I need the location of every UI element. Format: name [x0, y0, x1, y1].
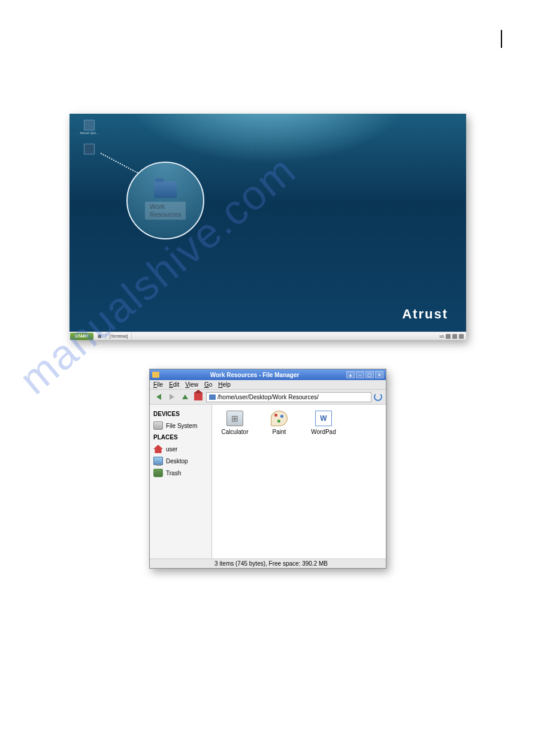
file-item-paint[interactable]: Paint: [262, 411, 296, 435]
file-manager-body: DEVICES File System PLACES user Desktop …: [150, 405, 386, 558]
status-bar: 3 items (745 bytes), Free space: 390.2 M…: [150, 558, 386, 568]
file-label: Calculator: [221, 429, 248, 435]
home-icon: [153, 445, 163, 453]
refresh-button[interactable]: [374, 393, 382, 401]
maximize-button[interactable]: ▢: [365, 371, 374, 378]
menu-edit[interactable]: Edit: [169, 381, 179, 388]
sidebar-item-desktop[interactable]: Desktop: [152, 455, 209, 467]
arrow-up-icon: [182, 394, 188, 399]
home-button[interactable]: [193, 391, 204, 402]
start-button[interactable]: START: [70, 333, 93, 340]
folder-icon: [84, 144, 95, 154]
desktop-icon-label: Atrust Qui...: [80, 131, 99, 135]
menu-go[interactable]: Go: [204, 381, 212, 388]
file-label: Paint: [273, 429, 286, 435]
disk-icon: [153, 421, 163, 430]
sidebar: DEVICES File System PLACES user Desktop …: [150, 405, 212, 558]
sidebar-item-label: File System: [166, 423, 197, 429]
sidebar-header-devices: DEVICES: [153, 411, 209, 417]
sidebar-item-filesystem[interactable]: File System: [152, 420, 209, 432]
window-title: Work Resources - File Manager: [163, 372, 346, 378]
minimize-button[interactable]: –: [356, 371, 364, 378]
sidebar-item-label: Desktop: [166, 458, 188, 464]
titlebar[interactable]: Work Resources - File Manager ▴ – ▢ ✕: [150, 369, 386, 380]
menu-file[interactable]: File: [153, 381, 163, 388]
desktop-icon-atrust[interactable]: Atrust Qui...: [78, 120, 101, 135]
taskbar-app-icon[interactable]: ▦: [94, 333, 106, 340]
forward-button[interactable]: [167, 391, 177, 402]
page-marker: [501, 30, 502, 48]
sidebar-item-trash[interactable]: Trash: [152, 467, 209, 479]
taskbar: START ▦ [Terminal] us: [69, 332, 466, 340]
file-label: WordPad: [311, 429, 336, 435]
taskbar-item-terminal[interactable]: [Terminal]: [106, 333, 132, 340]
file-list[interactable]: Calculator Paint WordPad: [212, 405, 386, 558]
desktop-screenshot: Atrust Qui... Work Resources Atrust STAR…: [69, 114, 466, 340]
menubar: File Edit View Go Help: [150, 380, 386, 390]
close-button[interactable]: ✕: [375, 371, 383, 378]
label-line: Work: [150, 203, 165, 210]
wordpad-icon: [315, 411, 332, 426]
arrow-forward-icon: [170, 394, 174, 400]
folder-icon: [152, 372, 159, 378]
file-manager-window: Work Resources - File Manager ▴ – ▢ ✕ Fi…: [149, 369, 386, 569]
folder-icon: [154, 181, 177, 198]
menu-help[interactable]: Help: [218, 381, 231, 388]
tray-icon[interactable]: [452, 334, 457, 339]
paint-icon: [271, 411, 288, 426]
sidebar-header-places: PLACES: [153, 434, 209, 441]
tray-icon[interactable]: [446, 334, 451, 339]
callout-line: [101, 153, 138, 174]
brand-logo: Atrust: [402, 306, 448, 322]
arrow-back-icon: [156, 394, 161, 400]
calculator-icon: [226, 411, 243, 426]
locale-indicator[interactable]: us: [440, 334, 444, 338]
desktop-icon: [153, 457, 163, 465]
tray-icon[interactable]: [459, 334, 464, 339]
sidebar-item-user[interactable]: user: [152, 443, 209, 455]
folder-icon: [209, 394, 216, 400]
path-text: /home/user/Desktop/Work Resources/: [217, 394, 319, 400]
back-button[interactable]: [153, 391, 164, 402]
sidebar-item-label: user: [166, 446, 177, 453]
magnifier-callout: Work Resources: [126, 162, 204, 239]
desktop-icon-work-resources[interactable]: [78, 144, 101, 155]
trash-icon: [153, 469, 163, 477]
file-item-calculator[interactable]: Calculator: [218, 411, 252, 435]
toolbar: /home/user/Desktop/Work Resources/: [150, 390, 386, 405]
collapse-button[interactable]: ▴: [346, 371, 355, 378]
up-button[interactable]: [180, 391, 191, 402]
home-icon: [194, 393, 202, 400]
app-icon: [84, 120, 95, 130]
folder-label: Work Resources: [145, 202, 186, 220]
file-item-wordpad[interactable]: WordPad: [307, 411, 340, 435]
path-field[interactable]: /home/user/Desktop/Work Resources/: [206, 392, 371, 402]
sidebar-item-label: Trash: [166, 470, 181, 476]
menu-view[interactable]: View: [185, 381, 198, 388]
label-line: Resources: [150, 211, 182, 218]
system-tray: us: [440, 334, 466, 339]
